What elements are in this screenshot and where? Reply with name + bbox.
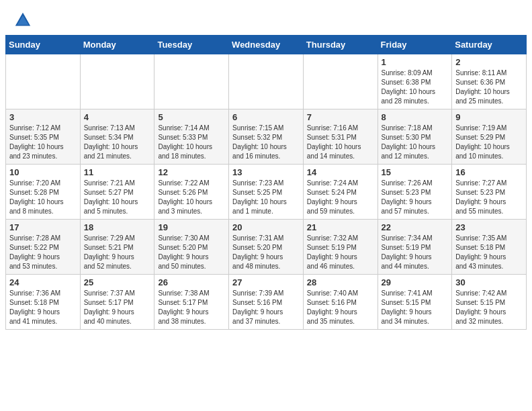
day-info: Sunrise: 7:23 AM Sunset: 5:25 PM Dayligh… [232, 179, 300, 216]
day-cell [154, 54, 229, 109]
day-cell: 29Sunrise: 7:41 AM Sunset: 5:15 PM Dayli… [378, 275, 452, 330]
day-number: 16 [455, 167, 523, 177]
day-info: Sunrise: 7:35 AM Sunset: 5:18 PM Dayligh… [455, 234, 523, 271]
day-cell [303, 54, 378, 109]
day-info: Sunrise: 7:28 AM Sunset: 5:22 PM Dayligh… [9, 234, 77, 271]
col-header-saturday: Saturday [452, 36, 527, 54]
day-info: Sunrise: 7:38 AM Sunset: 5:17 PM Dayligh… [158, 289, 225, 326]
day-info: Sunrise: 7:30 AM Sunset: 5:20 PM Dayligh… [158, 234, 225, 271]
day-cell: 27Sunrise: 7:39 AM Sunset: 5:16 PM Dayli… [229, 275, 304, 330]
day-cell: 24Sunrise: 7:36 AM Sunset: 5:18 PM Dayli… [6, 275, 81, 330]
col-header-friday: Friday [378, 36, 452, 54]
day-cell: 30Sunrise: 7:42 AM Sunset: 5:15 PM Dayli… [452, 275, 527, 330]
day-info: Sunrise: 7:19 AM Sunset: 5:29 PM Dayligh… [455, 124, 523, 161]
day-number: 17 [9, 222, 77, 232]
day-cell: 12Sunrise: 7:22 AM Sunset: 5:26 PM Dayli… [154, 165, 229, 220]
day-info: Sunrise: 7:29 AM Sunset: 5:21 PM Dayligh… [84, 234, 151, 271]
col-header-wednesday: Wednesday [229, 36, 304, 54]
day-info: Sunrise: 7:16 AM Sunset: 5:31 PM Dayligh… [307, 124, 374, 161]
day-cell: 15Sunrise: 7:26 AM Sunset: 5:23 PM Dayli… [378, 165, 452, 220]
day-info: Sunrise: 7:13 AM Sunset: 5:34 PM Dayligh… [84, 124, 151, 161]
day-number: 11 [84, 167, 151, 177]
calendar-header: SundayMondayTuesdayWednesdayThursdayFrid… [6, 36, 527, 54]
day-number: 6 [232, 112, 300, 122]
week-row-4: 17Sunrise: 7:28 AM Sunset: 5:22 PM Dayli… [6, 220, 527, 275]
day-info: Sunrise: 7:26 AM Sunset: 5:23 PM Dayligh… [382, 179, 449, 216]
day-number: 4 [84, 112, 151, 122]
day-cell: 2Sunrise: 8:11 AM Sunset: 6:36 PM Daylig… [452, 54, 527, 109]
day-info: Sunrise: 7:22 AM Sunset: 5:26 PM Dayligh… [158, 179, 225, 216]
day-cell [6, 54, 81, 109]
logo [13, 11, 35, 30]
day-number: 22 [382, 222, 449, 232]
day-number: 29 [382, 277, 449, 287]
day-number: 9 [455, 112, 523, 122]
day-number: 18 [84, 222, 151, 232]
day-info: Sunrise: 7:36 AM Sunset: 5:18 PM Dayligh… [9, 289, 77, 326]
day-cell: 19Sunrise: 7:30 AM Sunset: 5:20 PM Dayli… [154, 220, 229, 275]
day-cell: 20Sunrise: 7:31 AM Sunset: 5:20 PM Dayli… [229, 220, 304, 275]
day-cell: 5Sunrise: 7:14 AM Sunset: 5:33 PM Daylig… [154, 109, 229, 165]
day-info: Sunrise: 7:42 AM Sunset: 5:15 PM Dayligh… [455, 289, 523, 326]
day-info: Sunrise: 7:18 AM Sunset: 5:30 PM Dayligh… [382, 124, 449, 161]
day-number: 15 [382, 167, 449, 177]
day-cell: 3Sunrise: 7:12 AM Sunset: 5:35 PM Daylig… [6, 109, 81, 165]
calendar-body: 1Sunrise: 8:09 AM Sunset: 6:38 PM Daylig… [6, 54, 527, 330]
day-info: Sunrise: 8:11 AM Sunset: 6:36 PM Dayligh… [455, 68, 523, 106]
day-cell: 9Sunrise: 7:19 AM Sunset: 5:29 PM Daylig… [452, 109, 527, 165]
day-number: 10 [9, 167, 77, 177]
logo-icon [13, 11, 32, 30]
day-info: Sunrise: 8:09 AM Sunset: 6:38 PM Dayligh… [382, 68, 449, 106]
week-row-2: 3Sunrise: 7:12 AM Sunset: 5:35 PM Daylig… [6, 109, 527, 165]
day-cell: 14Sunrise: 7:24 AM Sunset: 5:24 PM Dayli… [303, 165, 378, 220]
day-info: Sunrise: 7:20 AM Sunset: 5:28 PM Dayligh… [9, 179, 77, 216]
day-number: 12 [158, 167, 225, 177]
day-number: 20 [232, 222, 300, 232]
day-number: 8 [382, 112, 449, 122]
day-number: 25 [84, 277, 151, 287]
day-info: Sunrise: 7:12 AM Sunset: 5:35 PM Dayligh… [9, 124, 77, 161]
col-header-tuesday: Tuesday [154, 36, 229, 54]
header-row: SundayMondayTuesdayWednesdayThursdayFrid… [6, 36, 527, 54]
day-number: 21 [307, 222, 374, 232]
day-number: 3 [9, 112, 77, 122]
day-cell: 8Sunrise: 7:18 AM Sunset: 5:30 PM Daylig… [378, 109, 452, 165]
day-cell: 18Sunrise: 7:29 AM Sunset: 5:21 PM Dayli… [80, 220, 154, 275]
day-cell: 25Sunrise: 7:37 AM Sunset: 5:17 PM Dayli… [80, 275, 154, 330]
day-cell [229, 54, 304, 109]
day-cell: 23Sunrise: 7:35 AM Sunset: 5:18 PM Dayli… [452, 220, 527, 275]
day-cell: 7Sunrise: 7:16 AM Sunset: 5:31 PM Daylig… [303, 109, 378, 165]
day-info: Sunrise: 7:31 AM Sunset: 5:20 PM Dayligh… [232, 234, 300, 271]
day-cell: 13Sunrise: 7:23 AM Sunset: 5:25 PM Dayli… [229, 165, 304, 220]
day-cell: 22Sunrise: 7:34 AM Sunset: 5:19 PM Dayli… [378, 220, 452, 275]
day-number: 1 [382, 57, 449, 67]
day-number: 19 [158, 222, 225, 232]
day-info: Sunrise: 7:15 AM Sunset: 5:32 PM Dayligh… [232, 124, 300, 161]
day-cell: 16Sunrise: 7:27 AM Sunset: 5:23 PM Dayli… [452, 165, 527, 220]
day-number: 14 [307, 167, 374, 177]
col-header-sunday: Sunday [6, 36, 81, 54]
calendar-table: SundayMondayTuesdayWednesdayThursdayFrid… [5, 35, 527, 330]
week-row-1: 1Sunrise: 8:09 AM Sunset: 6:38 PM Daylig… [6, 54, 527, 109]
day-info: Sunrise: 7:41 AM Sunset: 5:15 PM Dayligh… [382, 289, 449, 326]
week-row-5: 24Sunrise: 7:36 AM Sunset: 5:18 PM Dayli… [6, 275, 527, 330]
day-cell: 17Sunrise: 7:28 AM Sunset: 5:22 PM Dayli… [6, 220, 81, 275]
day-number: 30 [455, 277, 523, 287]
day-info: Sunrise: 7:24 AM Sunset: 5:24 PM Dayligh… [307, 179, 374, 216]
day-info: Sunrise: 7:39 AM Sunset: 5:16 PM Dayligh… [232, 289, 300, 326]
day-cell: 21Sunrise: 7:32 AM Sunset: 5:19 PM Dayli… [303, 220, 378, 275]
day-cell: 6Sunrise: 7:15 AM Sunset: 5:32 PM Daylig… [229, 109, 304, 165]
day-info: Sunrise: 7:27 AM Sunset: 5:23 PM Dayligh… [455, 179, 523, 216]
day-cell: 1Sunrise: 8:09 AM Sunset: 6:38 PM Daylig… [378, 54, 452, 109]
day-cell [80, 54, 154, 109]
day-info: Sunrise: 7:34 AM Sunset: 5:19 PM Dayligh… [382, 234, 449, 271]
day-cell: 26Sunrise: 7:38 AM Sunset: 5:17 PM Dayli… [154, 275, 229, 330]
day-number: 24 [9, 277, 77, 287]
day-number: 26 [158, 277, 225, 287]
day-cell: 11Sunrise: 7:21 AM Sunset: 5:27 PM Dayli… [80, 165, 154, 220]
col-header-monday: Monday [80, 36, 154, 54]
week-row-3: 10Sunrise: 7:20 AM Sunset: 5:28 PM Dayli… [6, 165, 527, 220]
day-cell: 10Sunrise: 7:20 AM Sunset: 5:28 PM Dayli… [6, 165, 81, 220]
day-number: 27 [232, 277, 300, 287]
day-cell: 4Sunrise: 7:13 AM Sunset: 5:34 PM Daylig… [80, 109, 154, 165]
